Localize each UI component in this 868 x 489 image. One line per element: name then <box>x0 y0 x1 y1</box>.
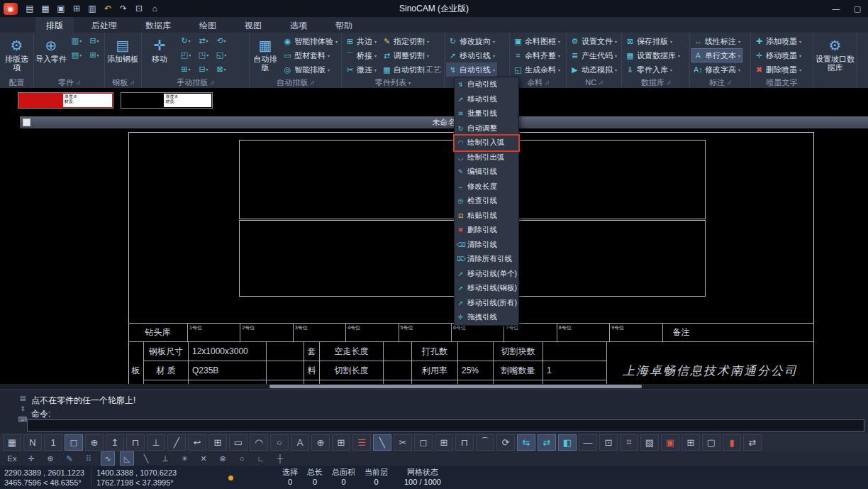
cmd-grid-icon[interactable]: ▤ <box>20 394 26 402</box>
h-scrollbar-thumb[interactable] <box>269 385 642 388</box>
menu-item-2[interactable]: ➚移动引线 <box>455 92 518 107</box>
ribbon-button[interactable]: ✚添加喷墨▾ <box>752 34 803 48</box>
print-icon[interactable]: ▥ <box>85 2 99 15</box>
plate-swatch-red[interactable]: 厚度:8 材质: <box>18 92 113 109</box>
tab-2[interactable]: 后处理 <box>81 17 128 33</box>
ribbon-button[interactable]: A↕修改字高▾ <box>691 62 742 77</box>
cmd-keyboard-icon[interactable]: ⌨ <box>18 415 28 423</box>
menu-item-14[interactable]: ➚移动引线(单个) <box>455 267 518 282</box>
ribbon-button[interactable]: ⚙设置文件▾ <box>568 34 619 48</box>
menu-item-5[interactable]: ◠绘制引入弧 <box>455 136 518 150</box>
rectangle-tool-icon[interactable]: ▭ <box>229 434 247 451</box>
offset-icon[interactable]: ◻ <box>414 434 433 451</box>
flip-icon[interactable]: ◧ <box>558 434 577 451</box>
horizontal-scrollbar[interactable] <box>0 384 868 389</box>
trim-icon[interactable]: ✂ <box>394 434 412 451</box>
tab-1[interactable]: 排版 <box>35 17 74 33</box>
folder-icon[interactable]: ▢ <box>702 434 720 451</box>
undo-segment-icon[interactable]: ↩ <box>188 434 206 451</box>
maximize-button[interactable]: ▢ <box>847 0 868 17</box>
save-icon[interactable]: ▣ <box>54 2 68 15</box>
arc-tool-icon[interactable]: ◠ <box>250 434 268 451</box>
menu-item-7[interactable]: ✎编辑引线 <box>455 165 518 180</box>
ribbon-button[interactable]: ✂微连▾ <box>343 62 379 77</box>
ribbon-icon-button[interactable]: ▥▾ <box>68 34 85 48</box>
ribbon-button[interactable]: ◱生成余料▾ <box>511 62 562 77</box>
crosshair-snap-icon[interactable]: ┼ <box>274 452 286 465</box>
ribbon-large-button[interactable]: ⊕导入零件 <box>35 34 67 63</box>
ribbon-button[interactable]: ✛移动喷墨▾ <box>752 48 803 62</box>
edit-pencil-icon[interactable]: ✎ <box>63 452 76 465</box>
ribbon-icon-button[interactable]: ⟲▾ <box>213 34 230 48</box>
menu-item-15[interactable]: ➚移动引线(钢板) <box>455 281 518 296</box>
diagonal-line-icon[interactable]: ╲ <box>373 434 391 451</box>
ribbon-icon-button[interactable]: ⊞▾ <box>177 62 194 76</box>
hline-icon[interactable]: ― <box>579 434 597 451</box>
osnap-grid-icon[interactable]: ▦ <box>3 434 21 451</box>
menu-item-4[interactable]: ↻自动调整 <box>455 121 518 136</box>
ribbon-group-label[interactable]: 数据库◿ <box>622 77 689 88</box>
ribbon-button[interactable]: ≣产生代码▾ <box>568 48 619 62</box>
lead-out-icon[interactable]: ⇄ <box>538 434 556 451</box>
copy-icon[interactable]: ⊡ <box>132 2 146 15</box>
ribbon-icon-button[interactable]: ⊟▾ <box>195 62 212 76</box>
select-box-icon[interactable]: ◻ <box>65 434 83 451</box>
ribbon-icon-button[interactable]: ⊞▾ <box>86 48 103 62</box>
ribbon-button[interactable]: ⊞共边▾ <box>343 34 379 48</box>
plate-swatch-black[interactable]: 厚度:8 材质: <box>121 92 213 109</box>
line-tool-icon[interactable]: ╱ <box>167 434 186 451</box>
text-tool-icon[interactable]: A <box>291 434 309 451</box>
undo-icon[interactable]: ↶ <box>101 2 115 15</box>
ribbon-icon-button[interactable]: ⊠▾ <box>213 62 230 76</box>
swap-icon[interactable]: ⇄ <box>743 434 762 451</box>
image-icon[interactable]: ▣ <box>661 434 679 451</box>
menu-item-11[interactable]: ✖删除引线 <box>455 223 518 238</box>
menu-item-10[interactable]: ⊡粘贴引线 <box>455 209 518 224</box>
ribbon-button[interactable]: ↔线性标注▾ <box>691 34 742 48</box>
right-angle-snap-icon[interactable]: ∟ <box>255 452 267 465</box>
hatch-icon[interactable]: ▨ <box>640 434 659 451</box>
ribbon-button[interactable]: ✎指定切割▾ <box>380 34 431 48</box>
ribbon-group-label[interactable]: 钢板◿ <box>105 77 141 88</box>
tab-6[interactable]: 选项 <box>279 17 318 33</box>
ribbon-button[interactable]: ⌗余料齐整▾ <box>511 48 562 62</box>
menu-item-16[interactable]: ➚移动引线(所有) <box>455 296 518 311</box>
layers-icon[interactable]: ☰ <box>352 434 371 451</box>
ribbon-button[interactable]: ↻修改旋向▾ <box>446 34 497 48</box>
menu-item-12[interactable]: ⌫清除引线 <box>455 238 518 253</box>
ribbon-group-label[interactable]: 标注◿ <box>690 77 750 88</box>
ribbon-button[interactable]: ▦自动切割▾ <box>380 62 431 77</box>
menu-item-13[interactable]: ⌦清除所有引线 <box>455 252 518 267</box>
move-up-icon[interactable]: ↥ <box>106 434 124 451</box>
point-tool-icon[interactable]: ⊕ <box>311 434 330 451</box>
ribbon-icon-button[interactable]: ⇄▾ <box>195 34 212 48</box>
ribbon-large-button[interactable]: ✛移动 <box>143 34 176 63</box>
menu-item-3[interactable]: ≋批量引线 <box>455 106 518 121</box>
ribbon-button[interactable]: ▭型材套料▾ <box>281 48 340 62</box>
drawing-canvas[interactable]: 厚度:8 材质: 厚度:8 材质: 未命名 钻头库1号位2号位3号位4号位5号位… <box>0 88 868 389</box>
copy-tool-icon[interactable]: ⊞ <box>208 434 227 451</box>
command-input[interactable] <box>27 419 864 432</box>
n-toggle-icon[interactable]: N <box>23 434 42 451</box>
center-snap-icon[interactable]: ⊕ <box>85 434 104 451</box>
ribbon-button[interactable]: ⌒桥接▾ <box>343 48 379 62</box>
perp-snap-icon[interactable]: ⊥ <box>159 452 172 465</box>
ribbon-button[interactable]: A单行文本▾ <box>691 48 742 62</box>
tangent-snap-icon[interactable]: ⊗ <box>216 452 229 465</box>
one-toggle-icon[interactable]: 1 <box>44 434 62 451</box>
open-file-icon[interactable]: ▦ <box>38 2 52 15</box>
menu-item-8[interactable]: ↔修改长度 <box>455 180 518 194</box>
ribbon-large-button[interactable]: ⚙排版选项 <box>1 34 32 72</box>
ribbon-group-label[interactable]: 手动排版◿ <box>142 77 249 88</box>
angle-snap-icon[interactable]: ◺ <box>121 452 133 465</box>
ribbon-icon-button[interactable]: ◳▾ <box>195 48 212 62</box>
ribbon-button[interactable]: ➚移动引线▾ <box>446 48 497 62</box>
ribbon-button[interactable]: ▣余料图框▾ <box>511 34 562 48</box>
ribbon-large-button[interactable]: ▦自动排版 <box>251 34 279 72</box>
curve-snap-icon[interactable]: ∿ <box>101 452 114 465</box>
center-point-icon[interactable]: ⊕ <box>44 452 57 465</box>
ribbon-button[interactable]: ✖删除喷墨▾ <box>752 62 803 77</box>
redo-icon[interactable]: ↷ <box>116 2 130 15</box>
ribbon-group-label[interactable]: 自动排版◿ <box>250 77 341 88</box>
minimize-button[interactable]: — <box>825 0 847 17</box>
